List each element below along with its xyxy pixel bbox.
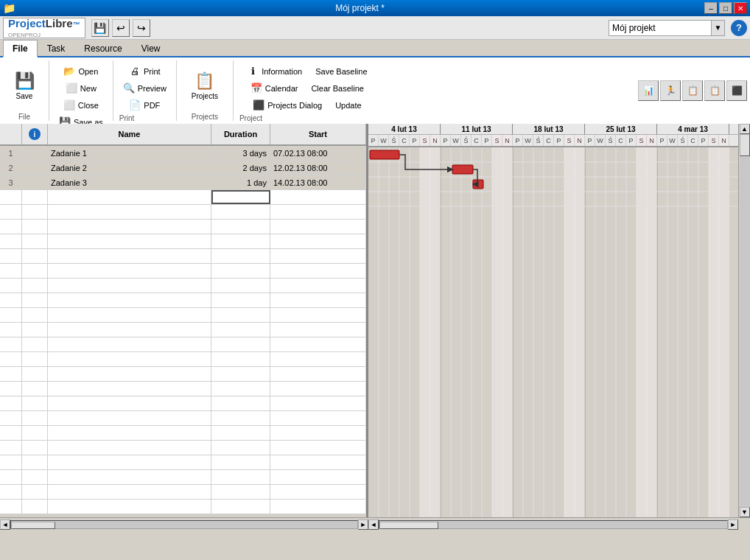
- table-row-empty: [0, 382, 366, 396]
- gantt-svg: [368, 147, 738, 517]
- scroll-left-gantt[interactable]: ◄: [368, 519, 379, 530]
- close-button[interactable]: ✕: [734, 2, 747, 14]
- open-label: Open: [78, 67, 98, 76]
- projects-dialog-button[interactable]: ⬛ Projects Dialog: [249, 97, 326, 113]
- maximize-button[interactable]: □: [719, 2, 732, 14]
- task-list-icon-btn[interactable]: 📋: [682, 80, 703, 101]
- ribbon-content: 💾 Save File 📂 Open ⬜ New ⬜ Close: [0, 57, 638, 124]
- gantt-day: C: [472, 135, 482, 146]
- table-row-empty: [0, 323, 366, 337]
- scroll-left-table[interactable]: ◄: [0, 519, 10, 530]
- th-start: Start: [270, 124, 366, 144]
- scroll-right-gantt[interactable]: ►: [728, 519, 738, 530]
- h-scrollbar-gantt: ◄ ►: [368, 519, 750, 531]
- ribbon-file-actions-group: 📂 Open ⬜ New ⬜ Close 💾 Save as: [49, 60, 113, 121]
- row-name[interactable]: Zadanie 2: [48, 161, 211, 175]
- project-name-dropdown[interactable]: ▼: [712, 20, 725, 36]
- pdf-button[interactable]: 📄 PDF: [125, 97, 164, 113]
- undo-button[interactable]: ↩: [112, 19, 130, 37]
- row-duration[interactable]: 1 day: [211, 175, 270, 189]
- table-row-empty: [0, 455, 366, 470]
- gantt-day: P: [513, 135, 523, 146]
- gantt-week-11lut: 11 lut 13: [441, 124, 513, 134]
- tab-resource[interactable]: Resource: [74, 40, 131, 56]
- redo-button[interactable]: ↪: [133, 19, 150, 37]
- row-start[interactable]: 07.02.13 08:00: [270, 146, 366, 160]
- gantt-day: W: [379, 135, 389, 146]
- preview-button[interactable]: 🔍 Preview: [119, 80, 170, 96]
- save-button[interactable]: 💾 Save: [6, 64, 43, 108]
- gantt-day: P: [554, 135, 564, 146]
- svg-rect-34: [420, 147, 441, 517]
- new-button[interactable]: ⬜ New: [62, 80, 100, 96]
- table-row-empty: [0, 234, 366, 249]
- gantt-day: C: [544, 135, 554, 146]
- save-label: Save: [16, 92, 33, 100]
- wbs-icon-btn[interactable]: 📋: [704, 80, 725, 101]
- ribbon-projects-section: 📋 Projects Projects: [177, 60, 234, 121]
- gantt-day: Ś: [678, 135, 688, 146]
- scroll-right-table[interactable]: ►: [358, 519, 368, 530]
- gantt-day: P: [368, 135, 379, 146]
- close-button-ribbon[interactable]: ⬜ Close: [60, 97, 102, 113]
- svg-rect-44: [452, 165, 473, 174]
- vertical-scrollbar[interactable]: ▲ ▼: [738, 124, 750, 517]
- gantt-week-25lut: 25 lut 13: [585, 124, 657, 134]
- row-name[interactable]: [48, 190, 211, 204]
- row-start[interactable]: [270, 190, 366, 204]
- row-duration-selected[interactable]: [211, 190, 270, 204]
- projects-dialog-icon: ⬛: [253, 99, 264, 111]
- minimize-button[interactable]: –: [704, 2, 718, 14]
- tab-task[interactable]: Task: [38, 40, 75, 56]
- save-baseline-button[interactable]: Save Baseline: [312, 63, 371, 79]
- scroll-down-button[interactable]: ▼: [740, 507, 750, 517]
- help-icon[interactable]: ?: [731, 20, 747, 36]
- title-bar-controls: – □ ✕: [704, 2, 747, 14]
- row-start[interactable]: 12.02.13 08:00: [270, 161, 366, 175]
- print-button[interactable]: 🖨 Print: [125, 63, 164, 79]
- tab-file[interactable]: File: [3, 40, 38, 57]
- floppy-button[interactable]: 💾: [91, 19, 109, 37]
- calendar-button[interactable]: 📅 Calendar: [247, 80, 302, 96]
- pdf-icon: 📄: [129, 99, 141, 111]
- row-info: [22, 146, 48, 160]
- row-start[interactable]: 14.02.13 08:00: [270, 175, 366, 189]
- ribbon-wrapper: 💾 Save File 📂 Open ⬜ New ⬜ Close: [0, 57, 750, 124]
- table-row: 1 Zadanie 1 3 days 07.02.13 08:00: [0, 146, 366, 161]
- project-name-input[interactable]: [609, 20, 712, 36]
- scroll-thumb-v[interactable]: [740, 134, 750, 156]
- tab-view[interactable]: View: [132, 40, 170, 56]
- h-scroll-thumb-gantt[interactable]: [379, 522, 438, 529]
- preview-label: Preview: [138, 84, 167, 93]
- table-row-empty: [0, 441, 366, 455]
- row-name[interactable]: Zadanie 1: [48, 146, 211, 160]
- gantt-day: S: [709, 135, 719, 146]
- svg-rect-37: [637, 147, 657, 517]
- row-duration[interactable]: 3 days: [211, 146, 270, 160]
- project-top-row: ℹ Information Save Baseline: [243, 63, 371, 79]
- projects-button[interactable]: 📋 Projects: [183, 64, 227, 108]
- gantt-day: N: [502, 135, 513, 146]
- scroll-up-button[interactable]: ▲: [740, 124, 750, 134]
- project-name-box: ▼: [609, 20, 725, 36]
- gantt-day: Ś: [606, 135, 616, 146]
- table-row-empty: [0, 264, 366, 279]
- information-button[interactable]: ℹ Information: [243, 63, 306, 79]
- clear-baseline-button[interactable]: Clear Baseline: [307, 80, 368, 96]
- th-num: [0, 124, 22, 144]
- h-scroll-thumb-table[interactable]: [11, 522, 55, 529]
- task-table: i Name Duration Start 1 Zadanie 1 3 days…: [0, 124, 368, 517]
- gantt-day: P: [441, 135, 451, 146]
- blank-view-btn[interactable]: ⬛: [726, 80, 747, 101]
- row-name[interactable]: Zadanie 3: [48, 175, 211, 189]
- svg-rect-43: [370, 150, 399, 159]
- row-num: 1: [0, 146, 22, 160]
- ribbon-tabs: File Task Resource View: [0, 40, 750, 57]
- row-duration[interactable]: 2 days: [211, 161, 270, 175]
- update-button[interactable]: Update: [332, 97, 365, 113]
- logo-area: ProjectLibre™ OPENPROJ: [3, 18, 85, 38]
- gantt-day: S: [564, 135, 575, 146]
- resources-icon-btn[interactable]: 🏃: [660, 80, 681, 101]
- open-button[interactable]: 📂 Open: [60, 63, 102, 79]
- gantt-chart-icon-btn[interactable]: 📊: [638, 80, 659, 101]
